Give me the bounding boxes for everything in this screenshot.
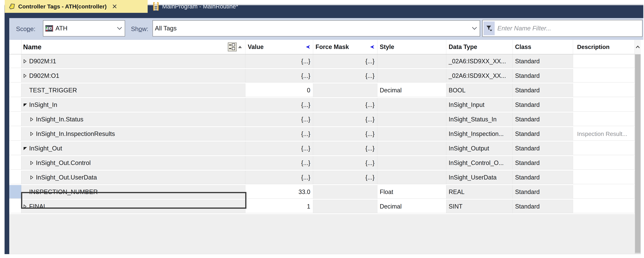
tag-class-cell[interactable]: Standard — [513, 69, 573, 83]
tag-name-cell[interactable]: InSight_Out — [22, 142, 246, 155]
show-combobox[interactable]: All Tags — [152, 20, 480, 37]
expand-icon[interactable] — [23, 59, 29, 64]
tag-name-cell[interactable]: TEST_TRIGGER — [22, 83, 246, 97]
column-properties-icon[interactable] — [228, 42, 237, 52]
vertical-scrollbar[interactable] — [635, 40, 641, 254]
tag-description-cell[interactable]: Inspection Result... — [573, 127, 635, 141]
tag-description-cell[interactable] — [573, 171, 635, 184]
tag-force-mask-cell[interactable]: {...} — [313, 156, 377, 170]
row-gutter[interactable] — [9, 54, 22, 68]
scope-combobox[interactable]: ATH — [43, 20, 125, 37]
tag-value-cell[interactable]: {...} — [246, 156, 313, 170]
tag-class-cell[interactable]: Standard — [513, 127, 573, 141]
table-row[interactable]: InSight_Out.Control {...} {...} InSight_… — [9, 156, 635, 171]
tag-style-cell[interactable] — [377, 98, 446, 112]
tab-controller-tags[interactable]: Controller Tags - ATH(controller) — [5, 0, 148, 13]
row-gutter[interactable] — [9, 112, 22, 126]
tag-description-cell[interactable] — [573, 200, 635, 213]
tag-name-cell[interactable]: D902M:I1 — [22, 54, 246, 68]
header-class[interactable]: Class — [513, 40, 573, 54]
row-gutter[interactable] — [9, 98, 22, 112]
tag-force-mask-cell[interactable]: {...} — [313, 127, 377, 141]
tag-class-cell[interactable]: Standard — [513, 112, 573, 126]
row-gutter[interactable] — [9, 142, 22, 155]
tag-class-cell[interactable]: Standard — [513, 171, 573, 184]
tag-data-type-cell[interactable]: REAL — [446, 185, 513, 199]
tag-data-type-cell[interactable]: InSight_Input — [446, 98, 513, 112]
tag-force-mask-cell[interactable] — [313, 185, 377, 199]
expand-icon[interactable] — [30, 117, 36, 122]
tag-data-type-cell[interactable]: InSight_Control_O... — [446, 156, 513, 170]
row-gutter[interactable] — [9, 200, 22, 213]
tag-description-cell[interactable] — [573, 142, 635, 155]
tag-value-cell[interactable]: {...} — [246, 127, 313, 141]
header-data-type[interactable]: Data Type — [446, 40, 513, 54]
tag-name-cell[interactable]: D902M:O1 — [22, 69, 246, 83]
tag-description-cell[interactable] — [573, 69, 635, 83]
scroll-up-button[interactable] — [635, 40, 641, 54]
tag-name-cell[interactable]: FINAL — [22, 200, 246, 213]
table-row[interactable]: D902M:O1 {...} {...} _02A6:ISD9XX_XX... … — [9, 69, 635, 83]
tag-value-cell[interactable]: {...} — [246, 171, 313, 184]
tag-value-cell[interactable]: {...} — [246, 142, 313, 155]
tag-style-cell[interactable] — [377, 127, 446, 141]
expand-icon[interactable] — [23, 204, 29, 209]
tag-force-mask-cell[interactable]: {...} — [313, 69, 377, 83]
table-row[interactable]: InSight_Out {...} {...} InSight_Output S… — [9, 142, 635, 156]
tag-class-cell[interactable]: Standard — [513, 185, 573, 199]
table-row[interactable]: TEST_TRIGGER 0 Decimal BOOL Standard — [9, 83, 635, 98]
expand-icon[interactable] — [30, 161, 36, 165]
row-gutter[interactable] — [9, 156, 22, 170]
table-row[interactable]: FINAL 1 Decimal SINT Standard — [9, 200, 635, 214]
tag-class-cell[interactable]: Standard — [513, 156, 573, 170]
tag-data-type-cell[interactable]: InSight_Status_In — [446, 112, 513, 126]
tag-force-mask-cell[interactable] — [313, 83, 377, 97]
tag-value-cell[interactable]: {...} — [246, 54, 313, 68]
tag-data-type-cell[interactable]: InSight_UserData — [446, 171, 513, 184]
header-description[interactable]: Description — [573, 40, 635, 54]
close-icon[interactable] — [111, 3, 118, 10]
tag-style-cell[interactable]: Float — [377, 185, 446, 199]
tag-value-cell[interactable]: 1 — [246, 200, 313, 213]
tag-data-type-cell[interactable]: SINT — [446, 200, 513, 213]
row-gutter[interactable] — [9, 171, 22, 184]
tag-style-cell[interactable]: Decimal — [377, 200, 446, 213]
tag-force-mask-cell[interactable]: {...} — [313, 54, 377, 68]
tag-data-type-cell[interactable]: InSight_Inspection... — [446, 127, 513, 141]
sort-ascending-icon[interactable] — [238, 45, 242, 49]
name-filter-input[interactable] — [495, 21, 642, 36]
row-gutter[interactable] — [9, 185, 22, 199]
tag-name-cell[interactable]: InSight_In.InspectionResults — [22, 127, 246, 141]
tag-class-cell[interactable]: Standard — [513, 54, 573, 68]
table-row[interactable]: InSight_In.InspectionResults {...} {...}… — [9, 127, 635, 142]
tag-data-type-cell[interactable]: _02A6:ISD9XX_XX... — [446, 69, 513, 83]
tag-description-cell[interactable] — [573, 98, 635, 112]
tag-class-cell[interactable]: Standard — [513, 200, 573, 213]
header-name[interactable]: Name — [22, 40, 246, 54]
expand-icon[interactable] — [23, 146, 29, 151]
tag-name-cell[interactable]: InSight_Out.UserData — [22, 171, 246, 184]
tag-value-cell[interactable]: 33.0 — [246, 185, 313, 199]
tag-data-type-cell[interactable]: _02A6:ISD9XX_XX... — [446, 54, 513, 68]
tag-name-cell[interactable]: InSight_Out.Control — [22, 156, 246, 170]
tag-style-cell[interactable] — [377, 171, 446, 184]
tag-style-cell[interactable] — [377, 156, 446, 170]
tag-description-cell[interactable] — [573, 83, 635, 97]
header-force-mask[interactable]: Force Mask — [313, 40, 377, 54]
table-row[interactable]: InSight_In {...} {...} InSight_Input Sta… — [9, 98, 635, 112]
tag-force-mask-cell[interactable]: {...} — [313, 142, 377, 155]
header-style[interactable]: Style — [377, 40, 446, 54]
tag-name-cell[interactable]: InSight_In.Status — [22, 112, 246, 126]
tag-value-cell[interactable]: {...} — [246, 69, 313, 83]
chevron-down-icon[interactable] — [117, 27, 122, 30]
filter-funnel-icon[interactable] — [484, 22, 495, 35]
table-row[interactable]: InSight_In.Status {...} {...} InSight_St… — [9, 112, 635, 127]
row-gutter[interactable] — [9, 69, 22, 83]
tag-class-cell[interactable]: Standard — [513, 98, 573, 112]
tag-name-cell[interactable]: INSPECTION_NUMBER — [22, 185, 246, 199]
tag-description-cell[interactable] — [573, 54, 635, 68]
chevron-down-icon[interactable] — [472, 27, 477, 30]
tag-value-cell[interactable]: 0 — [246, 83, 313, 97]
tag-class-cell[interactable]: Standard — [513, 83, 573, 97]
row-gutter[interactable] — [9, 83, 22, 97]
